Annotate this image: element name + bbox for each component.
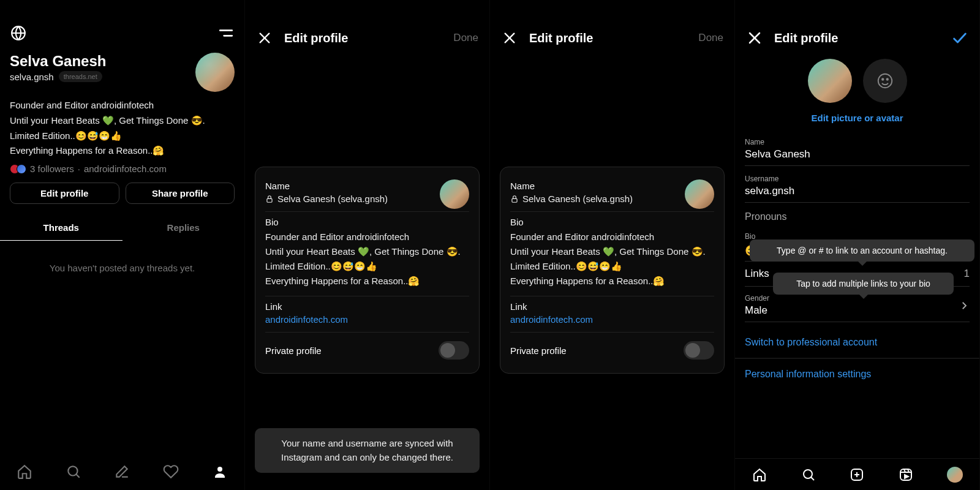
svg-line-18 bbox=[811, 477, 814, 480]
edit-profile-button[interactable]: Edit profile bbox=[10, 183, 119, 204]
private-profile-row[interactable]: Private profile bbox=[265, 333, 469, 368]
close-icon[interactable] bbox=[501, 29, 518, 47]
tab-threads[interactable]: Threads bbox=[0, 215, 123, 241]
link-row[interactable]: Link androidinfotech.com bbox=[510, 296, 714, 333]
compose-icon[interactable] bbox=[113, 463, 130, 480]
pronouns-field[interactable]: Pronouns bbox=[745, 208, 970, 224]
share-profile-button[interactable]: Share profile bbox=[126, 183, 235, 204]
close-icon[interactable] bbox=[256, 29, 273, 47]
close-icon[interactable] bbox=[746, 29, 763, 47]
follower-avatars bbox=[10, 164, 26, 174]
page-title: Edit profile bbox=[284, 31, 348, 45]
avatar[interactable] bbox=[440, 179, 469, 209]
edit-profile-card: Name Selva Ganesh (selva.gnsh) Bio Found… bbox=[255, 167, 480, 374]
avatar-option[interactable] bbox=[863, 59, 907, 103]
threads-profile-screen: Selva Ganesh selva.gnsh threads.net Foun… bbox=[0, 0, 245, 490]
personal-info-link[interactable]: Personal information settings bbox=[735, 358, 979, 390]
private-profile-toggle[interactable] bbox=[439, 341, 469, 360]
svg-point-3 bbox=[68, 466, 77, 475]
links-count: 1 bbox=[964, 268, 970, 280]
switch-professional-link[interactable]: Switch to professional account bbox=[735, 327, 979, 358]
bio-row[interactable]: Bio Founder and Editor androidinfotech U… bbox=[510, 212, 714, 296]
threads-edit-profile-screen: Edit profile Done Name Selva Ganesh (sel… bbox=[490, 0, 735, 490]
search-icon[interactable] bbox=[65, 463, 82, 480]
private-profile-row[interactable]: Private profile bbox=[510, 333, 714, 368]
home-icon[interactable] bbox=[751, 466, 768, 483]
avatar[interactable] bbox=[195, 53, 235, 92]
sync-toast: Your name and username are synced with I… bbox=[255, 428, 480, 473]
bio-text: Founder and Editor androidinfotech Until… bbox=[0, 92, 244, 164]
name-row[interactable]: Name Selva Ganesh (selva.gnsh) bbox=[510, 176, 714, 212]
bio-hashtag-tooltip: Type @ or # to link to an account or has… bbox=[750, 239, 974, 262]
svg-point-14 bbox=[878, 74, 892, 88]
done-button[interactable]: Done bbox=[698, 32, 723, 44]
page-title: Edit profile bbox=[529, 31, 593, 45]
profile-link[interactable]: androidinfotech.com bbox=[84, 164, 167, 174]
menu-icon[interactable] bbox=[217, 24, 235, 42]
empty-state: You haven't posted any threads yet. bbox=[0, 241, 244, 456]
create-icon[interactable] bbox=[848, 466, 865, 483]
bottom-nav bbox=[0, 456, 244, 490]
svg-point-17 bbox=[804, 470, 812, 478]
bio-row[interactable]: Bio Founder and Editor androidinfotech U… bbox=[265, 212, 469, 296]
tab-replies[interactable]: Replies bbox=[123, 215, 245, 241]
status-bar bbox=[0, 0, 244, 20]
profile-tab-icon[interactable] bbox=[946, 466, 963, 483]
globe-icon[interactable] bbox=[10, 24, 27, 42]
page-title: Edit profile bbox=[774, 31, 838, 45]
link-row[interactable]: Link androidinfotech.com bbox=[265, 296, 469, 333]
lock-icon bbox=[265, 195, 274, 203]
avatar[interactable] bbox=[685, 179, 714, 209]
activity-icon[interactable] bbox=[162, 463, 179, 480]
chevron-right-icon bbox=[959, 300, 970, 311]
svg-marker-26 bbox=[905, 475, 908, 478]
name-row[interactable]: Name Selva Ganesh (selva.gnsh) bbox=[265, 176, 469, 212]
profile-tabs: Threads Replies bbox=[0, 215, 244, 241]
display-name: Selva Ganesh bbox=[10, 53, 106, 70]
svg-point-15 bbox=[882, 78, 884, 80]
links-tooltip: Tap to add multiple links to your bio bbox=[773, 273, 954, 295]
profile-photo[interactable] bbox=[808, 59, 852, 103]
gender-field[interactable]: Gender Male bbox=[745, 290, 970, 322]
svg-point-5 bbox=[217, 467, 222, 472]
svg-line-4 bbox=[76, 474, 79, 477]
username: selva.gnsh bbox=[10, 72, 54, 82]
confirm-check-icon[interactable] bbox=[951, 29, 968, 47]
instagram-bottom-nav bbox=[735, 458, 979, 490]
svg-rect-11 bbox=[512, 198, 517, 202]
profile-icon[interactable] bbox=[211, 463, 228, 480]
reels-icon[interactable] bbox=[897, 466, 914, 483]
done-button[interactable]: Done bbox=[453, 32, 478, 44]
svg-point-16 bbox=[886, 78, 888, 80]
threads-edit-profile-screen-toast: Edit profile Done Name Selva Ganesh (sel… bbox=[245, 0, 490, 490]
followers-count: 3 followers bbox=[30, 164, 74, 174]
search-icon[interactable] bbox=[800, 466, 817, 483]
svg-rect-8 bbox=[267, 198, 272, 202]
instagram-edit-profile-screen: Edit profile Edit picture or avatar Name… bbox=[735, 0, 980, 490]
name-field[interactable]: Name Selva Ganesh bbox=[745, 134, 970, 166]
private-profile-toggle[interactable] bbox=[684, 341, 714, 360]
followers-row[interactable]: 3 followers · androidinfotech.com bbox=[0, 164, 244, 183]
home-icon[interactable] bbox=[16, 463, 33, 480]
edit-profile-card: Name Selva Ganesh (selva.gnsh) Bio Found… bbox=[500, 167, 725, 374]
edit-picture-link[interactable]: Edit picture or avatar bbox=[735, 103, 979, 134]
threads-domain-badge[interactable]: threads.net bbox=[59, 71, 102, 82]
username-field[interactable]: Username selva.gnsh bbox=[745, 171, 970, 203]
lock-icon bbox=[510, 195, 519, 203]
